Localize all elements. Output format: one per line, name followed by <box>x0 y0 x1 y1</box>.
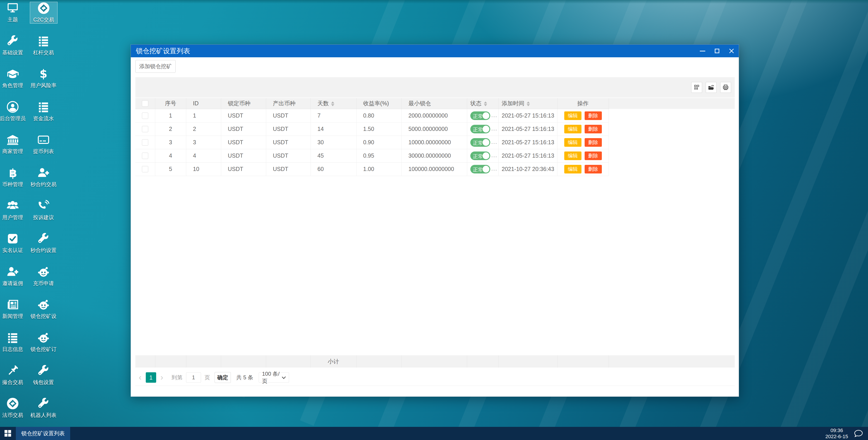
delete-button[interactable]: 删除 <box>585 111 602 120</box>
table-row: 33USDTUSDT300.9010000.00000000正常...2021-… <box>135 136 735 149</box>
start-button[interactable] <box>0 427 16 440</box>
minimize-button[interactable] <box>695 45 710 57</box>
cell-min-lock: 100000.00000000 <box>402 163 467 176</box>
desktop-icon[interactable]: 锁仓挖矿设 <box>30 298 57 320</box>
cell-min-lock: 2000.00000000 <box>402 109 467 122</box>
desktop-icon[interactable]: 机器人列表 <box>30 398 57 419</box>
export-button[interactable] <box>706 82 717 93</box>
maximize-button[interactable] <box>710 45 724 57</box>
header-cell[interactable]: 状态 <box>467 98 498 109</box>
desktop-icon[interactable]: $用户风险率 <box>30 68 57 89</box>
checksquare-icon <box>6 233 19 245</box>
add-lockup-mining-button[interactable]: 添加锁仓挖矿 <box>135 60 176 73</box>
header-cell[interactable]: 天数 <box>311 98 356 109</box>
desktop-icon[interactable]: 投诉建议 <box>30 200 57 221</box>
delete-button[interactable]: 删除 <box>585 138 602 147</box>
edit-button[interactable]: 编辑 <box>564 151 582 160</box>
desktop-icon[interactable]: 钱包设置 <box>30 364 57 386</box>
desktop-icon[interactable]: 角色管理 <box>0 68 25 89</box>
status-toggle[interactable]: 正常 <box>470 125 490 134</box>
desktop-icon[interactable]: 实名认证 <box>0 233 25 254</box>
cell-rate: 0.95 <box>356 149 402 163</box>
desktop-icon[interactable]: 资金流水 <box>30 101 57 122</box>
next-page-icon[interactable]: › <box>157 372 166 383</box>
cell-seq: 1 <box>155 109 186 122</box>
row-checkbox[interactable] <box>142 139 148 146</box>
sort-icon[interactable] <box>484 101 487 106</box>
close-button[interactable] <box>724 45 739 57</box>
status-toggle[interactable]: 正常 <box>470 165 490 173</box>
header-cell: ID <box>186 98 221 109</box>
edit-button[interactable]: 编辑 <box>564 165 582 173</box>
desktop-icon[interactable]: 充币申请 <box>30 266 57 287</box>
prev-page-icon[interactable]: ‹ <box>135 372 145 383</box>
header-label: 操作 <box>578 100 589 107</box>
goto-page-input[interactable] <box>186 372 201 383</box>
cell-filler <box>609 122 735 136</box>
taskbar-task-item[interactable]: 锁仓挖矿设置列表 <box>16 427 70 440</box>
desktop-icon[interactable]: 新闻管理 <box>0 298 25 320</box>
header-cell: 锁定币种 <box>221 98 266 109</box>
desktop-icon-label: 角色管理 <box>2 82 23 89</box>
desktop-icon[interactable]: 后台管理员 <box>0 101 25 122</box>
desktop-icon[interactable]: 锁仓挖矿订 <box>30 331 57 353</box>
edit-button[interactable]: 编辑 <box>564 138 582 147</box>
desktop-icon[interactable]: 提币列表 <box>30 134 57 155</box>
header-cell[interactable]: 添加时间 <box>498 98 557 109</box>
desktop-icon[interactable]: ฿币种管理 <box>0 167 25 188</box>
desktop-icon[interactable]: 用户管理 <box>0 200 25 221</box>
usercircle-icon <box>6 101 19 113</box>
cell-lock-coin: USDT <box>221 149 266 163</box>
desktop-icon[interactable]: 秒合约交易 <box>30 167 57 188</box>
edit-button[interactable]: 编辑 <box>564 111 582 120</box>
status-toggle[interactable]: 正常 <box>470 151 490 160</box>
desktop-icon-label: 锁仓挖矿订 <box>31 346 57 353</box>
toggle-knob <box>483 126 489 133</box>
print-button[interactable] <box>720 82 731 93</box>
cell-rate: 0.80 <box>356 109 402 122</box>
row-checkbox[interactable] <box>142 113 148 119</box>
header-cell: 产出币种 <box>266 98 311 109</box>
current-page-button[interactable]: 1 <box>146 372 156 383</box>
sort-icon[interactable] <box>527 101 530 106</box>
total-count-label: 共 5 条 <box>236 374 253 381</box>
header-label: 产出币种 <box>273 100 296 107</box>
desktop-icon[interactable]: 主题 <box>0 2 25 23</box>
desktop-icon[interactable]: 日志信息 <box>0 331 25 353</box>
cell-time: 2021-05-27 15:16:13 <box>498 149 557 163</box>
desktop-icon[interactable]: 商家管理 <box>0 134 25 155</box>
desktop-icon[interactable]: 法币交易 <box>0 398 25 419</box>
taskbar-clock[interactable]: 09:36 2022-6-15 <box>826 427 848 440</box>
cell-days: 30 <box>311 136 356 149</box>
status-toggle[interactable]: 正常 <box>470 138 490 147</box>
table-row: 510USDTUSDT601.00100000.00000000正常...202… <box>135 163 735 176</box>
summary-cell <box>155 355 186 368</box>
confirm-page-button[interactable]: 确定 <box>215 372 231 383</box>
columns-button[interactable] <box>691 82 702 93</box>
desktop-icon[interactable]: 秒合约设置 <box>30 233 57 254</box>
edit-button[interactable]: 编辑 <box>564 125 582 134</box>
select-all-checkbox[interactable] <box>142 100 148 107</box>
truncation-indicator: ... <box>491 112 497 118</box>
sort-icon[interactable] <box>331 101 334 106</box>
desktop-icon[interactable]: 杠杆交易 <box>30 35 57 56</box>
row-checkbox[interactable] <box>142 126 148 132</box>
window-titlebar[interactable]: 锁仓挖矿设置列表 <box>131 45 739 57</box>
notification-bubble-icon[interactable] <box>854 430 863 437</box>
page-size-select[interactable]: 100 条/页 <box>259 372 289 383</box>
status-toggle[interactable]: 正常 <box>470 111 490 120</box>
desktop-icon[interactable]: 撮合交易 <box>0 364 25 386</box>
wrench-icon <box>6 35 19 47</box>
row-checkbox[interactable] <box>142 153 148 159</box>
delete-button[interactable]: 删除 <box>585 151 602 160</box>
delete-button[interactable]: 删除 <box>585 125 602 134</box>
table-row: 22USDTUSDT141.505000.00000000正常...2021-0… <box>135 122 735 136</box>
desktop-icon[interactable]: C2C交易 <box>30 2 58 24</box>
desktop-icon[interactable]: 基础设置 <box>0 35 25 56</box>
delete-button[interactable]: 删除 <box>585 165 602 173</box>
desktop-icon[interactable]: 邀请返佣 <box>0 266 25 287</box>
row-checkbox[interactable] <box>142 166 148 172</box>
desktop-icon-label: 杠杆交易 <box>33 49 54 56</box>
summary-cell <box>498 355 557 368</box>
desktop-icon-label: 主题 <box>7 16 18 23</box>
